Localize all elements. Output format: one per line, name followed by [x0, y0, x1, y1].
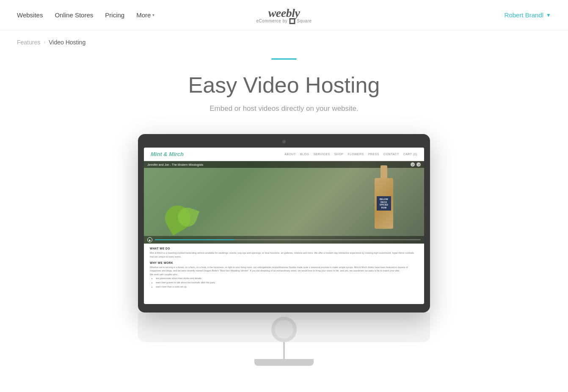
header: Websites Online Stores Pricing More ▾ we… — [0, 0, 568, 30]
preview-what-we-do-title: WHAT WE DO — [150, 247, 418, 250]
preview-progress-fill — [155, 239, 234, 240]
main-nav: Websites Online Stores Pricing More ▾ — [17, 11, 154, 19]
monitor-base-section — [138, 313, 430, 342]
monitor-stand — [138, 313, 430, 366]
bottle-body: BELOWDECKSPICEDRUM — [375, 178, 393, 229]
breadcrumb: Features › Video Hosting — [0, 30, 568, 46]
preview-progress-bar — [155, 239, 421, 240]
preview-fullscreen-icon: ⤢ — [411, 162, 415, 167]
preview-why-we-work-title: WHY WE WORK — [150, 261, 418, 264]
bottle-neck — [381, 165, 387, 178]
page-subtitle: Embed or host videos directly on your we… — [210, 104, 358, 113]
stand-neck — [283, 342, 285, 359]
monitor-outer: Mint & Mirch ABOUT BLOG SERVICES SHOP FL… — [138, 134, 430, 313]
monitor-camera — [282, 140, 286, 143]
preview-site-logo: Mint & Mirch — [151, 151, 184, 157]
preview-nav-links: ABOUT BLOG SERVICES SHOP FLOWERS PRESS C… — [284, 153, 417, 156]
more-chevron-icon: ▾ — [152, 13, 154, 17]
nav-pricing[interactable]: Pricing — [105, 11, 124, 19]
preview-bullets-list: are passionate about their drinks and de… — [150, 277, 418, 289]
list-item: want their guests to talk about the cock… — [156, 281, 418, 285]
nav-online-stores[interactable]: Online Stores — [55, 11, 93, 19]
breadcrumb-current: Video Hosting — [49, 39, 85, 46]
preview-share-icon: ↗ — [416, 162, 421, 167]
nav-websites[interactable]: Websites — [17, 11, 43, 19]
stand-base — [254, 359, 314, 366]
preview-video-top-controls: ⤢ ↗ — [411, 162, 421, 167]
monitor-mockup: Mint & Mirch ABOUT BLOG SERVICES SHOP FL… — [136, 134, 432, 366]
list-item: want more than a soda set-up — [156, 285, 418, 289]
user-chevron-icon: ▼ — [546, 12, 551, 18]
preview-what-we-do-body: Mint & Mirch is a traveling cocktail bar… — [150, 251, 418, 259]
preview-nav: Mint & Mirch ABOUT BLOG SERVICES SHOP FL… — [144, 148, 424, 161]
monitor-foot-circle — [271, 317, 297, 342]
preview-video-area: Jennifer and Jon - The Modern Mixologist… — [144, 161, 424, 244]
preview-play-button: ▶ — [147, 237, 152, 242]
user-menu[interactable]: Robert Brandl ▼ — [505, 11, 551, 19]
square-icon — [289, 18, 295, 24]
preview-video-title-text: Jennifer and Jon - The Modern Mixologist… — [147, 163, 203, 166]
bottle-decoration: BELOWDECKSPICEDRUM — [373, 165, 394, 233]
breadcrumb-features-link[interactable]: Features — [17, 39, 40, 46]
page-title: Easy Video Hosting — [188, 72, 380, 98]
breadcrumb-separator: › — [44, 39, 45, 45]
website-preview: Mint & Mirch ABOUT BLOG SERVICES SHOP FL… — [144, 148, 424, 304]
user-name: Robert Brandl — [505, 11, 544, 19]
preview-work-with-text: We work with couples who... — [150, 273, 418, 277]
monitor-screen: Mint & Mirch ABOUT BLOG SERVICES SHOP FL… — [144, 148, 424, 304]
logo[interactable]: weebly eCommerce by Square — [256, 6, 312, 24]
preview-text-section: WHAT WE DO Mint & Mirch is a traveling c… — [144, 244, 424, 293]
main-content: Easy Video Hosting Embed or host videos … — [0, 46, 568, 383]
accent-line — [271, 58, 297, 60]
list-item: are passionate about their drinks and de… — [156, 277, 418, 281]
bottle-label: BELOWDECKSPICEDRUM — [377, 196, 391, 211]
nav-more-button[interactable]: More ▾ — [136, 11, 154, 19]
preview-why-we-work-body: Whether we're serving in a forest, on a … — [150, 266, 418, 273]
preview-video-bottom-controls: ▶ — [144, 236, 424, 244]
monitor-bottom-bezel — [144, 304, 424, 313]
logo-sub: eCommerce by Square — [256, 18, 312, 24]
